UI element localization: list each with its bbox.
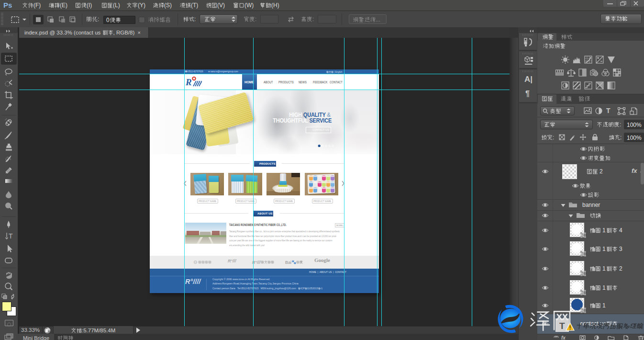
svg-text:T: T bbox=[9, 232, 13, 240]
svg-text:R: R bbox=[186, 77, 192, 87]
svg-text:fx: fx bbox=[561, 335, 566, 340]
